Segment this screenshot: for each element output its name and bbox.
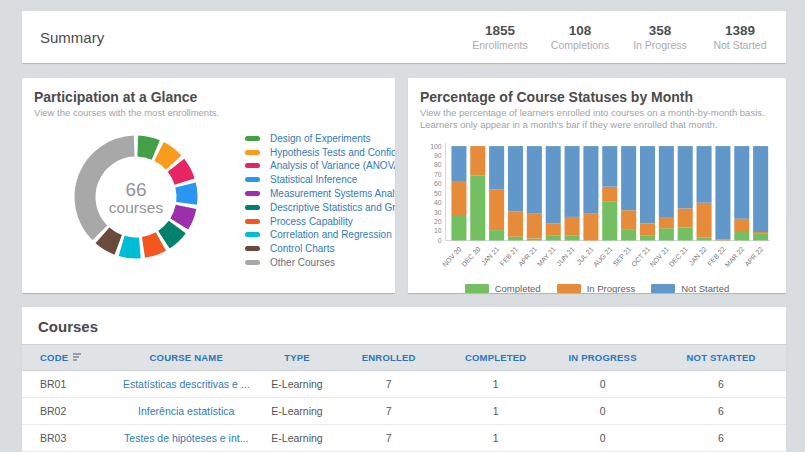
bar-segment-in-progress (621, 210, 636, 229)
donut-segment-correlation-and-regression (122, 246, 140, 248)
column-header-code[interactable]: CODE (22, 345, 114, 371)
cell-not_started: 6 (656, 371, 786, 398)
bar-segment-not-started (489, 146, 504, 189)
legend-label: Not Started (681, 283, 729, 293)
summary-metric-completions: 108Completions (540, 23, 620, 51)
y-axis-tick-label: 60 (434, 180, 442, 187)
donut-segment-descriptive-statistics-and-graphic (164, 227, 177, 240)
legend-swatch-icon (651, 284, 675, 293)
x-axis-tick-label: AUG 21 (592, 245, 614, 268)
bar-segment-in-progress (659, 218, 674, 228)
legend-course-link[interactable]: Descriptive Statistics and Graphic... (270, 202, 395, 213)
course-name-link[interactable]: Estatísticas descritivas e ... (123, 378, 250, 390)
legend-swatch-icon (465, 284, 489, 293)
bar-segment-not-started (734, 146, 749, 219)
legend-item-completed: Completed (465, 283, 541, 293)
y-axis-tick-label: 20 (434, 218, 442, 225)
legend-item: Control Charts (245, 242, 395, 256)
course-name-link[interactable]: Inferência estatística (138, 405, 234, 417)
legend-swatch-icon (245, 150, 260, 155)
legend-course-link[interactable]: Correlation and Regression (270, 229, 392, 240)
courses-table-header: CODECOURSE NAMETYPEENROLLEDCOMPLETEDIN P… (22, 345, 786, 371)
x-axis-tick-label: JAN 21 (480, 245, 500, 267)
cell-type: E-Learning (259, 425, 335, 452)
x-axis-tick-label: FEB 21 (499, 245, 520, 267)
cell-completed: 1 (442, 371, 549, 398)
bar-segment-in-progress (715, 239, 730, 240)
bar-segment-completed (753, 234, 768, 241)
bar-segment-completed (565, 235, 580, 240)
legend-swatch-icon (245, 205, 260, 210)
legend-item: Correlation and Regression (245, 228, 395, 242)
bar-segment-completed (546, 235, 561, 240)
legend-label: Completed (495, 283, 541, 293)
course-name-link[interactable]: Testes de hipóteses e int... (124, 432, 248, 444)
summary-card: Summary 1855Enrollments108Completions358… (22, 11, 786, 63)
column-header-not-started[interactable]: NOT STARTED (656, 345, 786, 371)
legend-course-link[interactable]: Design of Experiments (270, 133, 371, 144)
column-header-label: TYPE (284, 352, 310, 363)
column-header-label: IN PROGRESS (569, 352, 637, 363)
column-header-label: CODE (40, 352, 68, 363)
metric-value: 1389 (700, 23, 780, 38)
bar-segment-in-progress (565, 217, 580, 236)
legend-course-link[interactable]: Analysis of Variance (ANOVA) (270, 160, 395, 171)
summary-metrics: 1855Enrollments108Completions358In Progr… (460, 23, 780, 51)
statuses-legend: CompletedIn ProgressNot Started (420, 283, 774, 293)
bar-segment-completed (451, 215, 466, 240)
legend-course-link[interactable]: Measurement Systems Analysis (270, 188, 395, 199)
cell-enrolled: 7 (335, 371, 442, 398)
statuses-panel: Percentage of Course Statuses by Month V… (408, 78, 786, 293)
bar-segment-completed (640, 235, 655, 240)
cell-enrolled: 7 (335, 398, 442, 425)
y-axis-tick-label: 40 (434, 199, 442, 206)
x-axis-tick-label: NOV 20 (441, 245, 463, 268)
statuses-bar-chart: 0102030405060708090100NOV 20DEC 20JAN 21… (420, 137, 774, 283)
cell-not_started: 6 (656, 398, 786, 425)
column-header-label: ENROLLED (362, 352, 416, 363)
column-header-label: COURSE NAME (150, 352, 223, 363)
legend-label: Other Courses (270, 257, 335, 268)
legend-course-link[interactable]: Control Charts (270, 243, 334, 254)
legend-swatch-icon (245, 232, 260, 237)
legend-swatch-icon (245, 163, 260, 168)
legend-course-link[interactable]: Hypothesis Tests and Confidence... (270, 147, 395, 158)
table-header-row: CODECOURSE NAMETYPEENROLLEDCOMPLETEDIN P… (22, 345, 786, 371)
bar-segment-not-started (621, 146, 636, 210)
statuses-subtitle: View the percentage of learners enrolled… (420, 107, 774, 132)
column-header-in-progress[interactable]: IN PROGRESS (549, 345, 656, 371)
y-axis-tick-label: 70 (434, 171, 442, 178)
column-header-enrolled[interactable]: ENROLLED (335, 345, 442, 371)
legend-swatch-icon (245, 191, 260, 196)
metric-label: Enrollments (460, 39, 540, 51)
donut-segment-analysis-of-variance-anova (176, 166, 185, 182)
x-axis-tick-label: APR 22 (743, 245, 764, 267)
column-header-course-name[interactable]: COURSE NAME (114, 345, 259, 371)
courses-table: CODECOURSE NAMETYPEENROLLEDCOMPLETEDIN P… (22, 344, 786, 452)
legend-swatch-icon (245, 177, 260, 182)
y-axis-tick-label: 100 (430, 142, 442, 149)
participation-title: Participation at a Glance (34, 89, 383, 105)
metric-label: Completions (540, 39, 620, 51)
legend-course-link[interactable]: Process Capability (270, 216, 353, 227)
courses-title: Courses (22, 313, 786, 344)
column-header-type[interactable]: TYPE (259, 345, 335, 371)
legend-item-in-progress: In Progress (557, 283, 636, 293)
column-header-label: NOT STARTED (687, 352, 756, 363)
column-header-completed[interactable]: COMPLETED (442, 345, 549, 371)
bar-segment-not-started (753, 146, 768, 232)
bar-segment-in-progress (602, 186, 617, 201)
legend-item: Analysis of Variance (ANOVA) (245, 159, 395, 173)
donut-center-value: 66 (125, 179, 146, 200)
legend-course-link[interactable]: Statistical Inference (270, 174, 357, 185)
participation-donut-chart: 66courses (34, 121, 239, 273)
legend-item: Other Courses (245, 256, 395, 270)
participation-panel: Participation at a Glance View the cours… (22, 78, 395, 293)
bar-segment-completed (470, 175, 485, 240)
x-axis-tick-label: APR 21 (517, 245, 538, 267)
courses-card: Courses CODECOURSE NAMETYPEENROLLEDCOMPL… (22, 307, 786, 452)
bar-segment-in-progress (678, 208, 693, 227)
cell-in_progress: 0 (549, 425, 656, 452)
legend-item: Design of Experiments (245, 131, 395, 145)
metric-value: 1855 (460, 23, 540, 38)
